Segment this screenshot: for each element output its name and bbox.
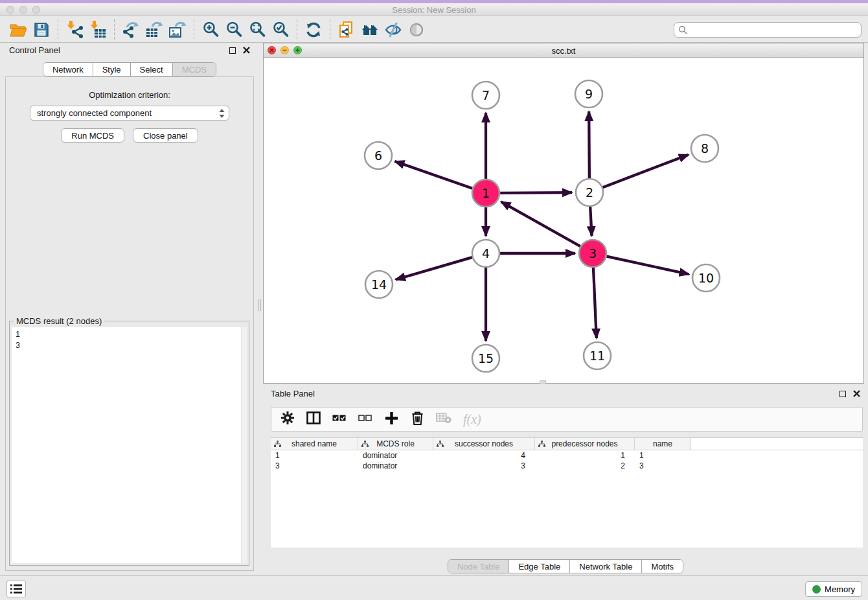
column-view-icon[interactable] [306,411,321,428]
select-all-icon[interactable] [332,411,347,428]
duplicate-network-icon[interactable] [335,19,358,41]
save-session-icon[interactable] [30,19,53,41]
mcds-result-title: MCDS result (2 nodes) [14,316,104,326]
table-row[interactable]: 3dominator323 [271,461,863,471]
graph-node-label-1: 1 [482,186,490,200]
graph-edge-3-1[interactable] [501,202,580,246]
tab-network[interactable]: Network [43,63,93,76]
open-session-icon[interactable] [6,19,30,41]
zoom-in-icon[interactable] [199,19,222,41]
graph-edge-2-3[interactable] [590,207,591,236]
column-header-successor-nodes[interactable]: successor nodes [433,438,535,450]
criterion-value: strongly connected component [37,108,219,118]
table-cell[interactable]: dominator [358,450,433,461]
graph-node-label-7: 7 [482,88,490,102]
tab-motifs[interactable]: Motifs [641,560,683,573]
toolbar-separator [330,19,330,40]
window-title: Session: New Session [0,5,868,15]
export-table-icon[interactable] [143,19,166,41]
table-cell[interactable]: 3 [271,461,358,471]
deselect-all-icon[interactable] [358,411,372,428]
graph-node-label-11: 11 [589,349,605,363]
node-table[interactable]: shared nameMCDS rolesuccessor nodesprede… [271,437,863,548]
zoom-out-icon[interactable] [222,19,246,41]
table-panel: Table Panel [263,386,868,575]
table-cell[interactable]: 2 [535,461,635,471]
zoom-selected-icon[interactable] [269,19,292,41]
show-all-icon[interactable] [358,19,382,41]
table-cell[interactable]: 1 [635,450,691,461]
column-header-predecessor-nodes[interactable]: predecessor nodes [535,438,635,450]
column-header-filler [691,438,863,450]
graph-edge-2-8[interactable] [603,155,689,188]
mcds-result-area[interactable]: 1 3 [12,327,247,563]
search-icon [678,25,688,35]
close-panel-button[interactable]: Close panel [133,128,198,143]
mcds-result-box: MCDS result (2 nodes) 1 3 [9,321,249,566]
tab-mcds[interactable]: MCDS [172,63,216,76]
control-panel-tabs: NetworkStyleSelectMCDS [43,62,216,76]
graph-edge-4-14[interactable] [396,257,472,279]
network-canvas[interactable]: 7968124314101511 [264,58,863,383]
table-panel-title: Table Panel [271,389,315,398]
table-row[interactable]: 1dominator411 [271,450,863,461]
graph-node-label-10: 10 [698,271,714,285]
network-graph[interactable]: 7968124314101511 [264,58,863,383]
graph-edge-1-6[interactable] [394,161,472,189]
tab-node-table[interactable]: Node Table [448,560,509,573]
graph-edge-1-2[interactable] [500,192,572,193]
apply-layout-icon[interactable] [302,19,325,41]
graph-node-label-6: 6 [374,148,382,163]
table-cell[interactable]: 4 [433,450,535,461]
column-header-MCDS-role[interactable]: MCDS role [358,438,433,450]
hide-selected-icon[interactable] [382,19,405,41]
graph-node-label-8: 8 [701,141,709,156]
float-table-panel-icon[interactable] [839,391,846,397]
import-network-icon[interactable] [63,19,86,41]
table-cell[interactable]: dominator [358,461,433,471]
optimization-criterion-label: Optimization criterion: [6,90,253,100]
search-box[interactable] [674,22,862,38]
table-body[interactable]: 1dominator4113dominator323 [271,450,863,548]
table-cell[interactable]: 3 [635,461,691,471]
graph-edge-2-9[interactable] [589,111,589,178]
task-history-button[interactable] [6,581,26,597]
function-builder-icon: f(x) [463,412,481,427]
horizontal-splitter-handle[interactable] [540,380,546,384]
float-panel-icon[interactable] [229,47,236,54]
chevron-up-down-icon [219,109,225,118]
search-input[interactable] [688,25,861,35]
table-cell[interactable]: 1 [535,450,635,461]
list-icon [10,584,22,594]
graph-edge-3-10[interactable] [606,257,689,275]
gear-icon[interactable] [280,411,295,428]
memory-status-dot [812,585,821,594]
graph-node-label-3: 3 [589,246,597,260]
tab-style[interactable]: Style [93,63,130,76]
graph-edge-3-11[interactable] [593,268,597,338]
zoom-fit-icon[interactable] [246,19,269,41]
import-table-icon[interactable] [86,19,109,41]
export-network-icon[interactable] [119,19,143,41]
network-window-titlebar[interactable]: scc.txt [264,43,863,58]
table-cell[interactable]: 1 [271,450,358,461]
run-mcds-button[interactable]: Run MCDS [61,128,124,143]
table-header-row: shared nameMCDS rolesuccessor nodesprede… [271,437,863,450]
tab-network-table[interactable]: Network Table [569,560,641,573]
table-cell[interactable]: 3 [433,461,535,471]
close-table-panel-icon[interactable] [853,390,860,397]
export-image-icon[interactable] [166,19,189,41]
toolbar-separator [194,19,194,40]
column-header-name[interactable]: name [635,438,691,450]
close-panel-icon[interactable] [243,47,250,54]
result-scrollbar[interactable] [241,327,247,563]
vertical-splitter-handle[interactable] [258,299,261,311]
graph-node-label-14: 14 [371,277,387,292]
criterion-dropdown[interactable]: strongly connected component [30,106,229,121]
delete-column-icon[interactable] [411,411,424,428]
tab-edge-table[interactable]: Edge Table [508,560,569,573]
add-column-icon[interactable] [384,411,399,428]
memory-button[interactable]: Memory [805,581,862,597]
tab-select[interactable]: Select [130,63,172,76]
column-header-shared-name[interactable]: shared name [271,438,358,450]
